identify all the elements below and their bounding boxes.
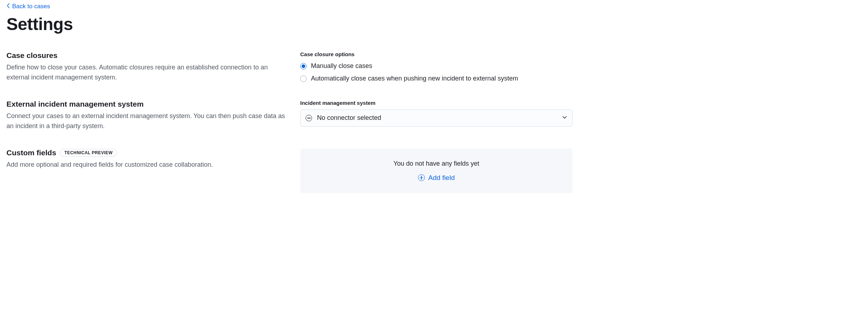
custom-fields-empty-panel: You do not have any fields yet Add field [300, 148, 572, 193]
plus-circle-icon [418, 174, 425, 181]
add-field-button[interactable]: Add field [418, 174, 455, 182]
chevron-left-icon [6, 3, 10, 10]
radio-manual-label: Manually close cases [311, 62, 372, 70]
chevron-down-icon [562, 115, 567, 121]
section-case-closures: Case closures Define how to close your c… [6, 51, 862, 83]
connector-select[interactable]: No connector selected [300, 109, 572, 127]
radio-option-automatic[interactable]: Automatically close cases when pushing n… [300, 75, 572, 82]
back-to-cases-link[interactable]: Back to cases [6, 3, 50, 10]
page-title: Settings [6, 14, 862, 34]
radio-manual-input[interactable] [300, 63, 307, 69]
section-custom-fields: Custom fields TECHNICAL PREVIEW Add more… [6, 148, 862, 193]
technical-preview-badge: TECHNICAL PREVIEW [60, 149, 118, 157]
back-link-label: Back to cases [12, 3, 50, 10]
connector-selected-value: No connector selected [317, 114, 557, 122]
add-field-label: Add field [428, 174, 455, 182]
section-external-system: External incident management system Conn… [6, 100, 862, 131]
case-closure-options-label: Case closure options [300, 51, 572, 57]
radio-option-manual[interactable]: Manually close cases [300, 62, 572, 70]
radio-automatic-input[interactable] [300, 75, 307, 82]
external-system-heading: External incident management system [6, 100, 286, 108]
external-system-description: Connect your cases to an external incide… [6, 111, 286, 131]
incident-system-label: Incident management system [300, 100, 572, 106]
case-closures-heading: Case closures [6, 51, 286, 60]
custom-fields-heading: Custom fields TECHNICAL PREVIEW [6, 148, 286, 157]
custom-fields-heading-text: Custom fields [6, 148, 56, 157]
minus-circle-icon [306, 115, 312, 121]
custom-fields-description: Add more optional and required fields fo… [6, 160, 286, 170]
case-closures-description: Define how to close your cases. Automati… [6, 63, 286, 83]
radio-automatic-label: Automatically close cases when pushing n… [311, 75, 518, 82]
case-closure-radio-group: Manually close cases Automatically close… [300, 62, 572, 82]
custom-fields-empty-message: You do not have any fields yet [393, 160, 479, 167]
